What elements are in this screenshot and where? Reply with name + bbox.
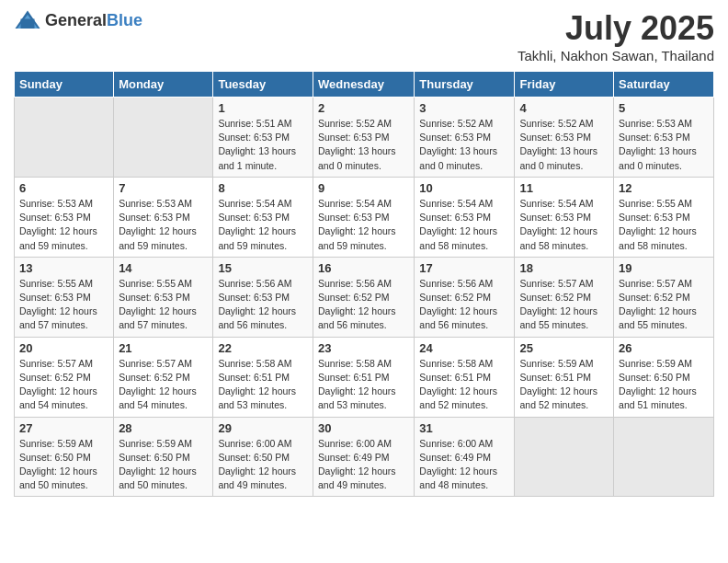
day-detail: Sunrise: 5:54 AM Sunset: 6:53 PM Dayligh… bbox=[318, 197, 409, 253]
day-number: 9 bbox=[318, 181, 409, 195]
calendar-cell: 2Sunrise: 5:52 AM Sunset: 6:53 PM Daylig… bbox=[313, 98, 414, 178]
day-number: 4 bbox=[519, 101, 609, 115]
weekday-header-friday: Friday bbox=[515, 72, 614, 98]
day-number: 10 bbox=[419, 181, 509, 195]
day-detail: Sunrise: 5:54 AM Sunset: 6:53 PM Dayligh… bbox=[218, 197, 308, 253]
calendar-cell: 4Sunrise: 5:52 AM Sunset: 6:53 PM Daylig… bbox=[515, 98, 614, 178]
day-detail: Sunrise: 5:52 AM Sunset: 6:53 PM Dayligh… bbox=[419, 117, 509, 173]
calendar-cell: 9Sunrise: 5:54 AM Sunset: 6:53 PM Daylig… bbox=[313, 177, 414, 257]
weekday-header-monday: Monday bbox=[114, 72, 213, 98]
calendar-cell bbox=[515, 417, 614, 497]
day-number: 11 bbox=[519, 181, 609, 195]
calendar-cell: 16Sunrise: 5:56 AM Sunset: 6:52 PM Dayli… bbox=[313, 257, 414, 337]
calendar-cell: 10Sunrise: 5:54 AM Sunset: 6:53 PM Dayli… bbox=[415, 177, 515, 257]
day-number: 8 bbox=[218, 181, 308, 195]
day-detail: Sunrise: 5:56 AM Sunset: 6:52 PM Dayligh… bbox=[419, 277, 509, 333]
day-detail: Sunrise: 5:55 AM Sunset: 6:53 PM Dayligh… bbox=[119, 277, 208, 333]
calendar-cell bbox=[114, 98, 213, 178]
day-number: 26 bbox=[619, 341, 709, 355]
day-detail: Sunrise: 5:54 AM Sunset: 6:53 PM Dayligh… bbox=[519, 197, 609, 253]
day-number: 17 bbox=[419, 261, 509, 275]
logo-text: GeneralBlue bbox=[45, 11, 142, 30]
day-number: 1 bbox=[218, 101, 308, 115]
day-number: 14 bbox=[119, 261, 208, 275]
day-detail: Sunrise: 5:58 AM Sunset: 6:51 PM Dayligh… bbox=[318, 357, 409, 413]
page-header: GeneralBlue July 2025 Takhli, Nakhon Saw… bbox=[14, 9, 714, 63]
svg-rect-2 bbox=[21, 19, 35, 29]
day-number: 15 bbox=[218, 261, 308, 275]
calendar-cell: 25Sunrise: 5:59 AM Sunset: 6:51 PM Dayli… bbox=[515, 337, 614, 417]
calendar-cell: 1Sunrise: 5:51 AM Sunset: 6:53 PM Daylig… bbox=[213, 98, 313, 178]
day-number: 12 bbox=[619, 181, 709, 195]
day-number: 3 bbox=[419, 101, 509, 115]
day-detail: Sunrise: 5:59 AM Sunset: 6:50 PM Dayligh… bbox=[119, 437, 208, 493]
day-detail: Sunrise: 6:00 AM Sunset: 6:49 PM Dayligh… bbox=[318, 437, 409, 493]
calendar-cell: 31Sunrise: 6:00 AM Sunset: 6:49 PM Dayli… bbox=[415, 417, 515, 497]
calendar-cell: 30Sunrise: 6:00 AM Sunset: 6:49 PM Dayli… bbox=[313, 417, 414, 497]
title-area: July 2025 Takhli, Nakhon Sawan, Thailand bbox=[518, 9, 714, 63]
day-detail: Sunrise: 5:53 AM Sunset: 6:53 PM Dayligh… bbox=[119, 197, 208, 253]
logo-icon bbox=[14, 9, 41, 31]
day-number: 30 bbox=[318, 421, 409, 435]
day-number: 24 bbox=[419, 341, 509, 355]
calendar-cell: 15Sunrise: 5:56 AM Sunset: 6:53 PM Dayli… bbox=[213, 257, 313, 337]
day-number: 18 bbox=[519, 261, 609, 275]
page-subtitle: Takhli, Nakhon Sawan, Thailand bbox=[518, 48, 714, 63]
day-detail: Sunrise: 5:57 AM Sunset: 6:52 PM Dayligh… bbox=[119, 357, 208, 413]
day-number: 29 bbox=[218, 421, 308, 435]
day-detail: Sunrise: 5:55 AM Sunset: 6:53 PM Dayligh… bbox=[619, 197, 709, 253]
day-number: 13 bbox=[19, 261, 108, 275]
calendar-cell: 20Sunrise: 5:57 AM Sunset: 6:52 PM Dayli… bbox=[15, 337, 114, 417]
day-detail: Sunrise: 5:54 AM Sunset: 6:53 PM Dayligh… bbox=[419, 197, 509, 253]
weekday-header-wednesday: Wednesday bbox=[313, 72, 414, 98]
day-detail: Sunrise: 5:52 AM Sunset: 6:53 PM Dayligh… bbox=[318, 117, 409, 173]
day-number: 31 bbox=[419, 421, 509, 435]
day-number: 25 bbox=[519, 341, 609, 355]
calendar-cell: 6Sunrise: 5:53 AM Sunset: 6:53 PM Daylig… bbox=[15, 177, 114, 257]
calendar-cell bbox=[15, 98, 114, 178]
calendar-cell: 12Sunrise: 5:55 AM Sunset: 6:53 PM Dayli… bbox=[614, 177, 714, 257]
weekday-header-thursday: Thursday bbox=[415, 72, 515, 98]
calendar-cell: 18Sunrise: 5:57 AM Sunset: 6:52 PM Dayli… bbox=[515, 257, 614, 337]
day-number: 16 bbox=[318, 261, 409, 275]
calendar-cell: 8Sunrise: 5:54 AM Sunset: 6:53 PM Daylig… bbox=[213, 177, 313, 257]
calendar-cell: 29Sunrise: 6:00 AM Sunset: 6:50 PM Dayli… bbox=[213, 417, 313, 497]
calendar-table: SundayMondayTuesdayWednesdayThursdayFrid… bbox=[14, 71, 714, 497]
day-number: 6 bbox=[19, 181, 108, 195]
weekday-header-tuesday: Tuesday bbox=[213, 72, 313, 98]
day-detail: Sunrise: 5:58 AM Sunset: 6:51 PM Dayligh… bbox=[419, 357, 509, 413]
day-detail: Sunrise: 5:53 AM Sunset: 6:53 PM Dayligh… bbox=[19, 197, 108, 253]
day-number: 19 bbox=[619, 261, 709, 275]
day-detail: Sunrise: 5:52 AM Sunset: 6:53 PM Dayligh… bbox=[519, 117, 609, 173]
calendar-cell: 21Sunrise: 5:57 AM Sunset: 6:52 PM Dayli… bbox=[114, 337, 213, 417]
day-number: 7 bbox=[119, 181, 208, 195]
calendar-cell: 28Sunrise: 5:59 AM Sunset: 6:50 PM Dayli… bbox=[114, 417, 213, 497]
page-title: July 2025 bbox=[518, 9, 714, 48]
day-detail: Sunrise: 5:57 AM Sunset: 6:52 PM Dayligh… bbox=[519, 277, 609, 333]
day-detail: Sunrise: 5:57 AM Sunset: 6:52 PM Dayligh… bbox=[619, 277, 709, 333]
calendar-cell: 13Sunrise: 5:55 AM Sunset: 6:53 PM Dayli… bbox=[15, 257, 114, 337]
calendar-cell: 22Sunrise: 5:58 AM Sunset: 6:51 PM Dayli… bbox=[213, 337, 313, 417]
calendar-cell: 27Sunrise: 5:59 AM Sunset: 6:50 PM Dayli… bbox=[15, 417, 114, 497]
day-number: 22 bbox=[218, 341, 308, 355]
day-detail: Sunrise: 5:59 AM Sunset: 6:50 PM Dayligh… bbox=[19, 437, 108, 493]
day-number: 28 bbox=[119, 421, 208, 435]
day-detail: Sunrise: 5:59 AM Sunset: 6:51 PM Dayligh… bbox=[519, 357, 609, 413]
day-detail: Sunrise: 5:51 AM Sunset: 6:53 PM Dayligh… bbox=[218, 117, 308, 173]
day-number: 2 bbox=[318, 101, 409, 115]
calendar-cell: 24Sunrise: 5:58 AM Sunset: 6:51 PM Dayli… bbox=[415, 337, 515, 417]
calendar-cell: 7Sunrise: 5:53 AM Sunset: 6:53 PM Daylig… bbox=[114, 177, 213, 257]
calendar-cell: 23Sunrise: 5:58 AM Sunset: 6:51 PM Dayli… bbox=[313, 337, 414, 417]
logo-blue: Blue bbox=[107, 11, 142, 29]
day-number: 27 bbox=[19, 421, 108, 435]
day-number: 5 bbox=[619, 101, 709, 115]
calendar-cell: 11Sunrise: 5:54 AM Sunset: 6:53 PM Dayli… bbox=[515, 177, 614, 257]
logo-general: General bbox=[45, 11, 107, 29]
logo: GeneralBlue bbox=[14, 9, 142, 31]
day-number: 20 bbox=[19, 341, 108, 355]
day-detail: Sunrise: 5:59 AM Sunset: 6:50 PM Dayligh… bbox=[619, 357, 709, 413]
day-detail: Sunrise: 5:55 AM Sunset: 6:53 PM Dayligh… bbox=[19, 277, 108, 333]
day-detail: Sunrise: 5:58 AM Sunset: 6:51 PM Dayligh… bbox=[218, 357, 308, 413]
calendar-cell: 17Sunrise: 5:56 AM Sunset: 6:52 PM Dayli… bbox=[415, 257, 515, 337]
day-detail: Sunrise: 5:53 AM Sunset: 6:53 PM Dayligh… bbox=[619, 117, 709, 173]
